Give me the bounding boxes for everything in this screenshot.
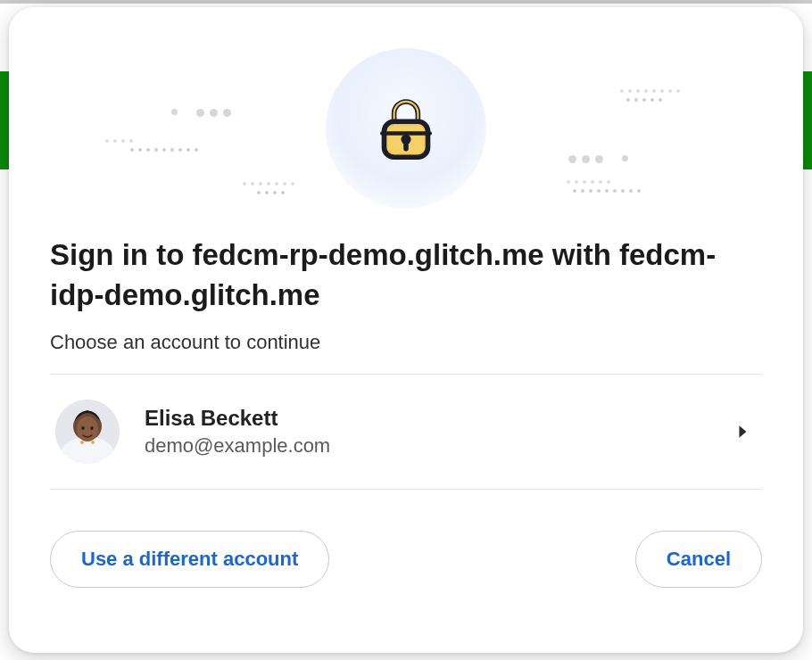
svg-point-12 bbox=[90, 426, 93, 430]
account-email: demo@example.com bbox=[145, 434, 737, 458]
divider bbox=[50, 489, 762, 490]
avatar bbox=[55, 400, 120, 464]
hero-illustration bbox=[50, 39, 762, 218]
decorative-dots bbox=[196, 109, 231, 117]
dialog-subheading: Choose an account to continue bbox=[50, 331, 762, 354]
dialog-heading: Sign in to fedcm-rp-demo.glitch.me with … bbox=[50, 235, 762, 315]
account-name: Elisa Beckett bbox=[145, 406, 737, 431]
decorative-dashes bbox=[620, 89, 680, 93]
account-option[interactable]: Elisa Beckett demo@example.com bbox=[50, 375, 762, 489]
decorative-dashes bbox=[243, 182, 294, 186]
svg-point-11 bbox=[81, 426, 84, 430]
svg-point-14 bbox=[91, 441, 95, 444]
svg-rect-4 bbox=[403, 141, 409, 151]
cancel-button[interactable]: Cancel bbox=[635, 531, 762, 588]
decorative-dots bbox=[622, 155, 628, 161]
background-top-border bbox=[0, 0, 812, 4]
lock-badge bbox=[326, 48, 486, 209]
decorative-dashes bbox=[257, 191, 285, 194]
decorative-dashes bbox=[626, 98, 662, 102]
dialog-actions: Use a different account Cancel bbox=[50, 531, 762, 588]
signin-dialog: Sign in to fedcm-rp-demo.glitch.me with … bbox=[9, 7, 803, 653]
chevron-right-icon bbox=[737, 425, 750, 439]
use-different-account-button[interactable]: Use a different account bbox=[50, 531, 329, 588]
lock-icon bbox=[374, 94, 438, 163]
decorative-dots bbox=[568, 155, 603, 163]
svg-point-13 bbox=[80, 441, 84, 444]
decorative-dashes bbox=[573, 189, 641, 193]
decorative-dots bbox=[171, 109, 178, 115]
decorative-dashes bbox=[105, 139, 133, 143]
decorative-dashes bbox=[567, 180, 610, 184]
account-text: Elisa Beckett demo@example.com bbox=[145, 406, 737, 458]
decorative-dashes bbox=[130, 148, 198, 152]
